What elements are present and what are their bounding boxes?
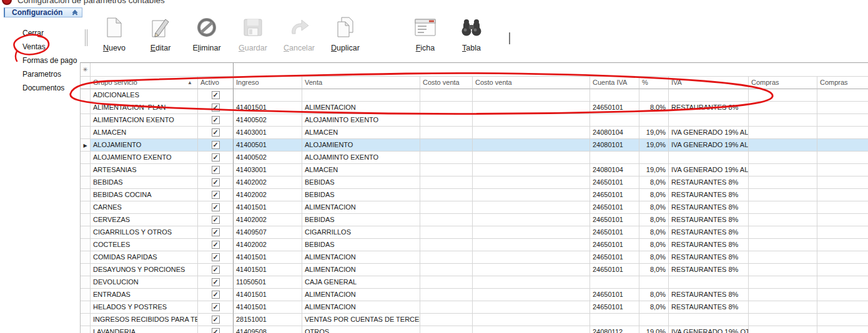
cell-cuenta-iva[interactable]: 24650101 bbox=[590, 289, 639, 301]
toolbar-button-eliminar[interactable]: Eliminar bbox=[184, 15, 230, 61]
cell-pct[interactable]: 8,0% bbox=[639, 189, 669, 201]
cell-compras-1[interactable] bbox=[749, 102, 817, 114]
sidebar-item-parametros[interactable]: Parametros bbox=[22, 70, 77, 84]
cell-venta[interactable]: BEBIDAS bbox=[302, 176, 420, 189]
cell-compras-2[interactable] bbox=[817, 139, 868, 152]
cell-pct[interactable]: 19,0% bbox=[639, 326, 669, 333]
cell-pct[interactable]: 8,0% bbox=[639, 264, 669, 276]
cell-iva[interactable]: RESTAURANTES 8% bbox=[669, 102, 749, 114]
toolbar-button-duplicar[interactable]: Duplicar bbox=[322, 15, 368, 61]
cell-iva[interactable] bbox=[669, 114, 749, 127]
cell-costo-venta-1[interactable] bbox=[420, 276, 473, 289]
cell-compras-2[interactable] bbox=[817, 201, 868, 214]
cell-costo-venta-2[interactable] bbox=[473, 314, 590, 326]
cell-costo-venta-1[interactable] bbox=[420, 189, 473, 201]
cell-costo-venta-1[interactable] bbox=[420, 139, 473, 152]
cell-cuenta-iva[interactable]: 24650101 bbox=[590, 201, 639, 214]
cell-pct[interactable] bbox=[639, 314, 669, 326]
cell-compras-2[interactable] bbox=[817, 164, 868, 176]
table-row-cervezas[interactable]: CERVEZAS✓41402002BEBIDAS246501018,0%REST… bbox=[81, 214, 868, 226]
cell-compras-2[interactable] bbox=[817, 276, 868, 289]
cell-costo-venta-1[interactable] bbox=[420, 114, 473, 127]
cell-ingreso[interactable]: 41400501 bbox=[234, 139, 302, 152]
sidebar-item-documentos[interactable]: Documentos bbox=[22, 84, 77, 97]
cell-ingreso[interactable]: 11050501 bbox=[234, 276, 302, 289]
cell-activo[interactable]: ✓ bbox=[198, 214, 234, 226]
cell-venta[interactable]: OTROS bbox=[302, 326, 420, 333]
table-row-cigarrillos-y-otros[interactable]: CIGARRILLOS Y OTROS✓41409507CIGARRILLOS2… bbox=[81, 226, 868, 239]
column-header-ingreso[interactable]: Ingreso bbox=[234, 77, 302, 89]
toolbar-button-tabla[interactable]: Tabla bbox=[448, 15, 495, 61]
cell-venta[interactable]: ALIMENTACION bbox=[302, 264, 420, 276]
cell-compras-2[interactable] bbox=[817, 239, 868, 251]
cell-cuenta-iva[interactable]: 24650101 bbox=[590, 176, 639, 189]
cell-ingreso[interactable]: 41400502 bbox=[234, 114, 302, 127]
table-row-carnes[interactable]: CARNES✓41401501ALIMENTACION246501018,0%R… bbox=[81, 201, 868, 214]
sidebar-item-ventas[interactable]: Ventas bbox=[22, 42, 77, 56]
activo-checkbox[interactable]: ✓ bbox=[212, 166, 220, 174]
cell-compras-2[interactable] bbox=[817, 114, 868, 127]
cell-costo-venta-2[interactable] bbox=[473, 152, 590, 164]
table-row-ingresos-recibidos-para-tef[interactable]: INGRESOS RECIBIDOS PARA TEF✓28151001VENT… bbox=[81, 314, 868, 326]
cell-compras-2[interactable] bbox=[817, 314, 868, 326]
column-header-grupo-servicio[interactable]: Grupo servicio▲ bbox=[91, 77, 198, 89]
cell-compras-2[interactable] bbox=[817, 127, 868, 139]
cell-grupo[interactable]: CERVEZAS bbox=[91, 214, 198, 226]
cell-compras-1[interactable] bbox=[749, 214, 817, 226]
cell-venta[interactable]: ALIMENTACION bbox=[302, 102, 420, 114]
cell-compras-2[interactable] bbox=[817, 89, 868, 102]
cell-grupo[interactable]: BEBIDAS bbox=[91, 176, 198, 189]
cell-ingreso[interactable] bbox=[234, 89, 302, 102]
cell-ingreso[interactable]: 41403001 bbox=[234, 164, 302, 176]
cell-compras-2[interactable] bbox=[817, 251, 868, 264]
cell-ingreso[interactable]: 41403001 bbox=[234, 127, 302, 139]
cell-grupo[interactable]: DEVOLUCION bbox=[91, 276, 198, 289]
cell-costo-venta-1[interactable] bbox=[420, 176, 473, 189]
cell-compras-2[interactable] bbox=[817, 301, 868, 314]
cell-grupo[interactable]: CARNES bbox=[91, 201, 198, 214]
cell-costo-venta-2[interactable] bbox=[473, 326, 590, 333]
cell-costo-venta-1[interactable] bbox=[420, 214, 473, 226]
cell-grupo[interactable]: DESAYUNOS Y PORCIONES bbox=[91, 264, 198, 276]
cell-activo[interactable]: ✓ bbox=[198, 176, 234, 189]
sidebar-item-formas-de-pago[interactable]: Formas de pago bbox=[22, 56, 77, 70]
cell-grupo[interactable]: ALMACEN bbox=[91, 127, 198, 139]
cell-cuenta-iva[interactable] bbox=[590, 89, 639, 102]
table-row-bebidas-cocina[interactable]: BEBIDAS COCINA✓41402002BEBIDAS246501018,… bbox=[81, 189, 868, 201]
cell-pct[interactable]: 8,0% bbox=[639, 251, 669, 264]
cell-activo[interactable]: ✓ bbox=[198, 326, 234, 333]
cell-pct[interactable]: 19,0% bbox=[639, 164, 669, 176]
cell-iva[interactable]: RESTAURANTES 8% bbox=[669, 226, 749, 239]
cell-costo-venta-2[interactable] bbox=[473, 214, 590, 226]
cell-venta[interactable]: ALMACEN bbox=[302, 127, 420, 139]
cell-pct[interactable]: 8,0% bbox=[639, 214, 669, 226]
cell-pct[interactable] bbox=[639, 89, 669, 102]
cell-cuenta-iva[interactable]: 24650101 bbox=[590, 189, 639, 201]
cell-venta[interactable]: BEBIDAS bbox=[302, 239, 420, 251]
cell-activo[interactable]: ✓ bbox=[198, 139, 234, 152]
cell-cuenta-iva[interactable]: 24080104 bbox=[590, 127, 639, 139]
activo-checkbox[interactable]: ✓ bbox=[212, 266, 220, 274]
cell-iva[interactable] bbox=[669, 89, 749, 102]
cell-costo-venta-1[interactable] bbox=[420, 152, 473, 164]
cell-iva[interactable]: RESTAURANTES 8% bbox=[669, 239, 749, 251]
cell-ingreso[interactable]: 41401501 bbox=[234, 102, 302, 114]
cell-venta[interactable]: CAJA GENERAL bbox=[302, 276, 420, 289]
cell-venta[interactable]: BEBIDAS bbox=[302, 189, 420, 201]
toolbar-drag-handle[interactable] bbox=[85, 29, 87, 46]
cell-venta[interactable]: ALOJAMINTO EXENTO bbox=[302, 114, 420, 127]
cell-costo-venta-1[interactable] bbox=[420, 226, 473, 239]
cell-pct[interactable] bbox=[639, 276, 669, 289]
column-header-costo-venta-1[interactable]: Costo venta bbox=[420, 77, 473, 89]
cell-cuenta-iva[interactable]: 24080104 bbox=[590, 164, 639, 176]
cell-venta[interactable]: ALIMENTACION bbox=[302, 251, 420, 264]
cell-grupo[interactable]: BEBIDAS COCINA bbox=[91, 189, 198, 201]
cell-compras-2[interactable] bbox=[817, 214, 868, 226]
cell-venta[interactable]: ALIMENTACION bbox=[302, 301, 420, 314]
cell-ingreso[interactable]: 41409507 bbox=[234, 226, 302, 239]
cell-grupo[interactable]: HELADOS Y POSTRES bbox=[91, 301, 198, 314]
column-header-[interactable]: % bbox=[639, 77, 669, 89]
collapse-chevron-icon[interactable] bbox=[73, 11, 77, 14]
cell-costo-venta-1[interactable] bbox=[420, 326, 473, 333]
table-row-cocteles[interactable]: COCTELES✓41402002BEBIDAS246501018,0%REST… bbox=[81, 239, 868, 251]
